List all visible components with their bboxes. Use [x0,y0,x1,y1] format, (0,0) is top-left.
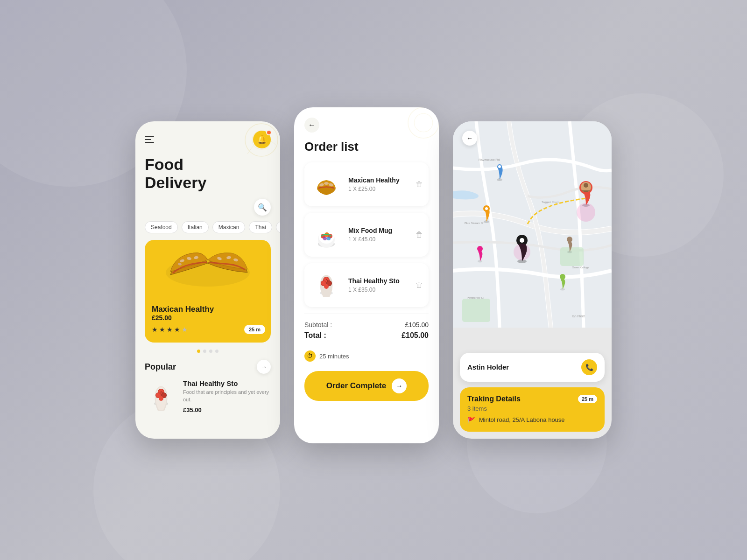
dot-3[interactable] [209,350,212,353]
order-item-1-image [310,168,343,201]
delete-item-1-button[interactable]: 🗑 [416,180,423,189]
svg-point-22 [414,113,433,132]
delivery-time: ⏱ 25 minutes [294,348,439,371]
star-1: ★ [152,326,158,333]
popular-item-price: £35.00 [183,406,202,413]
svg-point-43 [326,279,327,280]
svg-rect-47 [462,299,490,322]
tracking-badge: 25 m [578,395,597,403]
tracking-header: Traking Details 3 items 25 m [467,395,597,412]
call-driver-button[interactable]: 📞 [581,359,597,375]
order-complete-label: Order Complete [326,381,386,391]
svg-point-33 [323,237,327,240]
popular-section: Popular → [135,360,280,414]
svg-text:Owen Kellogs: Owen Kellogs [572,266,589,269]
phone-icon: 📞 [585,364,593,371]
svg-point-34 [327,237,331,240]
search-area: 🔍 [135,199,280,221]
svg-point-17 [159,396,163,401]
svg-point-75 [514,244,530,260]
svg-text:Ravenclaw Rd: Ravenclaw Rd [479,158,500,161]
svg-point-62 [477,246,483,252]
hero-item-name: Maxican Healthy [152,305,214,314]
phone-order-list: ← Order list Maxican Healthy 1 X £2 [294,107,439,443]
driver-info-card: Astin Holder 📞 [460,353,605,382]
search-icon: 🔍 [258,203,267,212]
order-item-2-name: Mix Food Mug [348,227,410,234]
order-item-2: Mix Food Mug 1 X £45.00 🗑 [304,213,429,257]
popular-item-info: Thai Healthy Sto Food that are principle… [183,379,271,414]
star-5: ★ [182,326,188,333]
tracking-address-row: 🚩 Mintol road, 25/A Labona house [467,416,597,424]
order-item-1-info: Maxican Healthy 1 X £25.00 [348,176,410,192]
svg-point-25 [324,182,329,185]
dot-2[interactable] [203,350,206,353]
tracking-items-count: 3 items [467,405,521,412]
phones-container: 🔔 FoodDelivery 🔍 Seafood Italian Maxican… [135,117,612,443]
delete-item-2-button[interactable]: 🗑 [416,231,423,239]
hero-food-image [156,231,259,301]
svg-text:Pettingrow St: Pettingrow St [467,296,484,299]
svg-point-19 [162,392,162,393]
svg-point-20 [160,392,161,393]
order-item-3-name: Thai Healthy Sto [348,277,410,285]
popular-more-button[interactable]: → [257,360,271,374]
order-item-2-info: Mix Food Mug 1 X £45.00 [348,227,410,243]
driver-name: Astin Holder [467,363,509,371]
svg-point-69 [520,238,524,243]
tracking-back-button[interactable]: ← [462,131,477,146]
title-line2: Delivery [145,174,206,191]
order-item-1: Maxican Healthy 1 X £25.00 🗑 [304,162,429,206]
clock-icon: ⏱ [304,350,316,362]
star-4: ★ [174,326,180,333]
delivery-time-label: 25 minutes [319,353,349,360]
phone-tracking: Ravenclaw Rd Taggart Court Owen Kellogs … [453,121,612,439]
popular-header: Popular → [145,360,271,374]
hero-item-rating: ★ ★ ★ ★ ★ [152,326,188,333]
svg-point-74 [577,203,595,222]
order-complete-button[interactable]: Order Complete → [304,371,429,401]
svg-point-64 [567,237,572,242]
svg-text:Blue Stream Dr: Blue Stream Dr [465,222,484,224]
totals-divider [304,314,429,314]
svg-point-73 [584,183,588,188]
order-back-button[interactable]: ← [304,118,319,133]
svg-rect-46 [560,247,584,266]
svg-text:Ian Fleet: Ian Fleet [572,315,585,318]
order-food-bg-decoration [388,107,439,159]
hero-card: Maxican Healthy £25.00 ★ ★ ★ ★ ★ 25 m [145,240,271,343]
dot-4[interactable] [215,350,218,353]
title-line1: Food [145,155,183,173]
tracking-title: Traking Details [467,395,521,403]
svg-point-66 [560,274,565,280]
svg-text:Taggart Court: Taggart Court [542,201,559,203]
order-complete-arrow-icon: → [392,378,407,393]
svg-point-44 [327,280,328,281]
hero-item-price: £25.00 [152,314,214,322]
total-value: £105.00 [402,331,429,340]
category-japanese[interactable]: Japar [276,221,280,233]
carousel-dots [135,350,280,353]
svg-point-42 [324,284,329,289]
notification-badge [266,130,272,135]
map-view: Ravenclaw Rd Taggart Court Owen Kellogs … [453,121,612,328]
hero-distance-badge: 25 m [244,325,265,334]
svg-point-60 [485,207,488,210]
phone-food-delivery: 🔔 FoodDelivery 🔍 Seafood Italian Maxican… [135,121,280,439]
hamburger-menu-button[interactable] [145,136,154,143]
order-item-3-info: Thai Healthy Sto 1 X £35.00 [348,277,410,293]
tracking-details-card: Traking Details 3 items 25 m 🚩 Mintol ro… [460,387,605,432]
order-item-2-qty: 1 X £45.00 [348,236,410,243]
order-item-2-image [310,218,343,251]
delete-item-3-button[interactable]: 🗑 [416,281,423,289]
search-button[interactable]: 🔍 [254,199,271,216]
subtotal-row: Subtotal : £105.00 [304,321,429,329]
popular-item-description: Food that are principles and yet every o… [183,389,271,403]
hero-item-info: Maxican Healthy £25.00 [152,305,214,322]
notification-bell-button[interactable]: 🔔 [253,131,271,148]
dot-1[interactable] [197,350,200,353]
tracking-header-left: Traking Details 3 items [467,395,521,412]
order-item-3-qty: 1 X £35.00 [348,287,410,293]
tracking-address-text: Mintol road, 25/A Labona house [479,416,565,424]
star-2: ★ [159,326,165,333]
